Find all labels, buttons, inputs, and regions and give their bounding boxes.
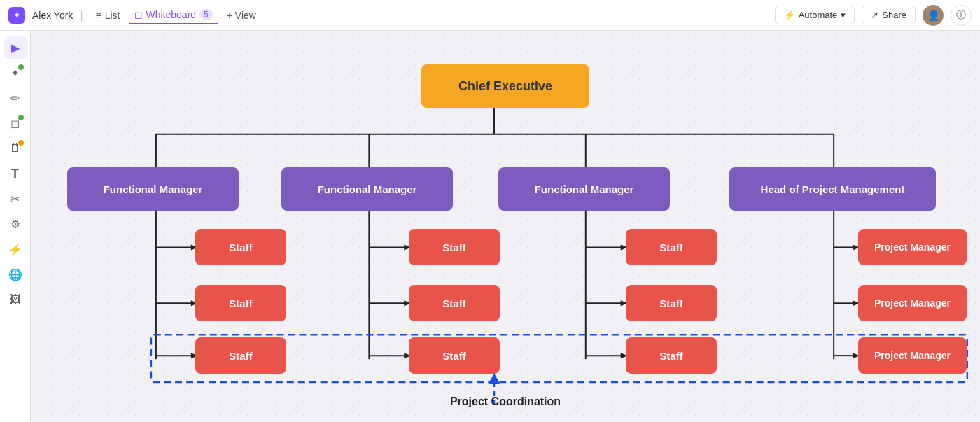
sidebar-globe[interactable]: 🌐: [4, 263, 27, 286]
staff-fm1-2[interactable]: Staff: [195, 285, 286, 321]
automate-btn[interactable]: ⚡ Automate ▾: [775, 6, 855, 24]
staff-fm2-1[interactable]: Staff: [409, 229, 500, 265]
app-icon: ✦: [8, 7, 25, 24]
staff-fm3-3[interactable]: Staff: [626, 337, 717, 374]
staff-fm1-1[interactable]: Staff: [195, 229, 286, 265]
project-manager-3[interactable]: Project Manager: [858, 337, 967, 374]
chevron-down-icon: ▾: [841, 10, 846, 20]
staff-fm3-1[interactable]: Staff: [626, 229, 717, 265]
info-btn[interactable]: ⓘ: [951, 5, 972, 26]
staff-fm2-2[interactable]: Staff: [409, 285, 500, 321]
sidebar-magic[interactable]: ✦: [4, 62, 27, 84]
green-dot-1: [18, 64, 24, 70]
avatar[interactable]: 👤: [923, 5, 944, 26]
orange-dot: [18, 140, 24, 146]
sidebar-text[interactable]: T: [4, 162, 27, 185]
whiteboard-icon: ◻: [134, 9, 143, 20]
head-pm-box[interactable]: Head of Project Management: [729, 167, 936, 211]
sidebar: ▶ ✦ ✏ ◻ 🗒 T ✂ ⚙ ⚡ 🌐 🖼: [0, 31, 31, 422]
user-name: Alex York: [32, 10, 73, 21]
share-btn[interactable]: ↗ Share: [862, 6, 916, 24]
functional-manager-3-box[interactable]: Functional Manager: [498, 167, 670, 211]
sidebar-shape[interactable]: ◻: [4, 112, 27, 134]
green-dot-2: [18, 115, 24, 120]
sidebar-pen[interactable]: ✏: [4, 87, 27, 109]
chief-executive-box[interactable]: Chief Executive: [421, 64, 589, 108]
sidebar-note[interactable]: 🗒: [4, 137, 27, 160]
whiteboard-badge: 5: [200, 9, 213, 20]
header-left: ✦ Alex York | ≡ List ◻ Whiteboard 5 + Vi…: [8, 6, 262, 24]
project-coordination-label: Project Coordination: [450, 395, 561, 408]
header-right: ⚡ Automate ▾ ↗ Share 👤 ⓘ: [775, 5, 972, 26]
list-icon: ≡: [96, 10, 102, 21]
project-manager-2[interactable]: Project Manager: [858, 285, 967, 321]
svg-marker-36: [489, 373, 500, 384]
staff-fm1-3[interactable]: Staff: [195, 337, 286, 374]
staff-fm3-2[interactable]: Staff: [626, 285, 717, 321]
sidebar-image[interactable]: 🖼: [4, 288, 27, 311]
sidebar-connections[interactable]: ⚙: [4, 213, 27, 235]
add-view-btn[interactable]: + View: [221, 7, 262, 24]
functional-manager-2-box[interactable]: Functional Manager: [281, 167, 453, 211]
project-manager-1[interactable]: Project Manager: [858, 229, 967, 265]
header: ✦ Alex York | ≡ List ◻ Whiteboard 5 + Vi…: [0, 0, 980, 31]
functional-manager-1-box[interactable]: Functional Manager: [67, 167, 239, 211]
sidebar-scissors[interactable]: ✂: [4, 188, 27, 210]
header-nav: ≡ List ◻ Whiteboard 5 + View: [90, 6, 262, 24]
share-icon: ↗: [871, 10, 878, 20]
automate-icon: ⚡: [784, 10, 795, 20]
sidebar-cursor[interactable]: ▶: [4, 36, 27, 59]
canvas[interactable]: Chief Executive Functional Manager Funct…: [31, 31, 980, 422]
nav-whiteboard[interactable]: ◻ Whiteboard 5: [129, 6, 218, 24]
main-layout: ▶ ✦ ✏ ◻ 🗒 T ✂ ⚙ ⚡ 🌐 🖼: [0, 31, 980, 422]
sidebar-wand[interactable]: ⚡: [4, 238, 27, 260]
nav-list[interactable]: ≡ List: [90, 7, 126, 24]
staff-fm2-3[interactable]: Staff: [409, 337, 500, 374]
